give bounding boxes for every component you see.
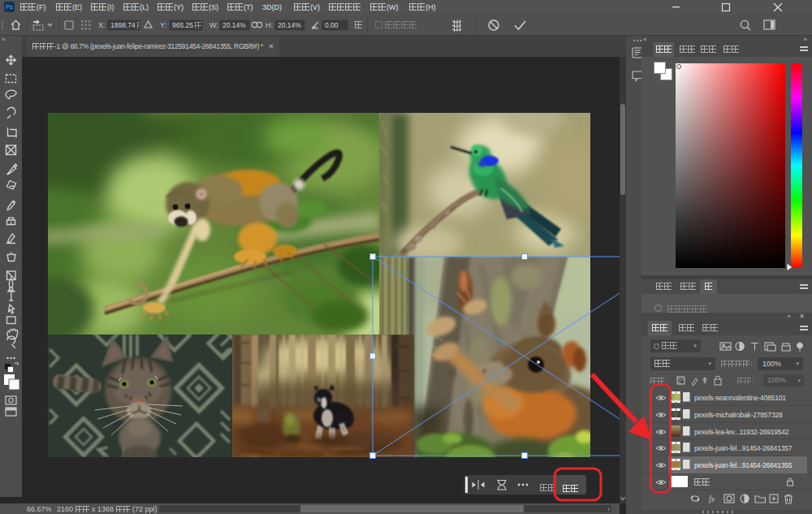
- svg-text:fx: fx: [709, 495, 715, 503]
